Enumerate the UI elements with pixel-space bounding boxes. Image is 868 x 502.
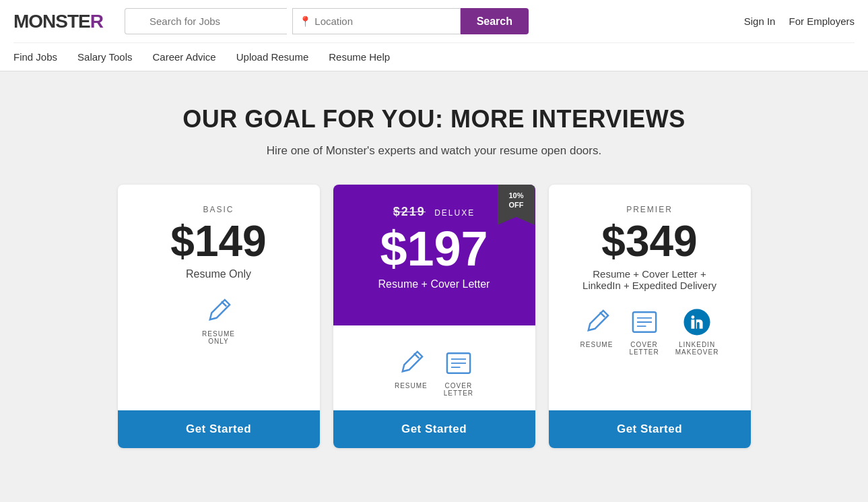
deluxe-card-top: 10% OFF $219 DELUXE $197 Resume + Cover … [333, 185, 535, 325]
nav-upload-resume[interactable]: Upload Resume [236, 51, 309, 63]
premier-resume-icon-item: RESUME [580, 307, 613, 356]
premier-resume-label: RESUME [580, 341, 613, 348]
logo-r: R [90, 11, 103, 32]
premier-resume-pencil-icon [582, 307, 611, 337]
deluxe-cover-letter-icon [444, 348, 473, 378]
main-subtitle: Hire one of Monster's experts and watch … [13, 144, 855, 158]
off-badge: 10% OFF [498, 185, 535, 225]
search-bar: 🔍 📍 Search [125, 8, 529, 34]
off-badge-text: 10% [508, 191, 523, 199]
main-content: OUR GOAL FOR YOU: MORE INTERVIEWS Hire o… [0, 71, 868, 475]
basic-card-footer: Get Started [118, 410, 320, 448]
basic-price: $149 [131, 220, 306, 263]
deluxe-resume-icon-item: RESUME [395, 348, 428, 397]
premier-linkedin-icon-item: LINKEDINMAKEOVER [675, 307, 719, 356]
svg-point-10 [692, 315, 695, 319]
deluxe-icons: RESUME COVERLETTER [395, 348, 473, 397]
for-employers-link[interactable]: For Employers [789, 15, 855, 27]
deluxe-cover-letter-label: COVERLETTER [444, 382, 473, 397]
deluxe-resume-label: RESUME [395, 382, 428, 389]
premier-price: $349 [562, 220, 737, 263]
premier-card-body: PREMIER $349 Resume + Cover Letter +Link… [549, 185, 751, 410]
basic-get-started-button[interactable]: Get Started [118, 410, 320, 448]
deluxe-tier-label: $219 DELUXE [347, 205, 522, 219]
basic-resume-icon-item: RESUMEONLY [202, 296, 235, 345]
resume-pencil-icon [203, 296, 233, 326]
header-top: MONSTER 🔍 📍 Search Sign In For Employers [13, 0, 855, 42]
deluxe-card-footer: Get Started [333, 410, 535, 448]
premier-linkedin-icon [682, 307, 712, 337]
main-title: OUR GOAL FOR YOU: MORE INTERVIEWS [13, 105, 855, 133]
nav-bar: Find Jobs Salary Tools Career Advice Upl… [13, 42, 855, 71]
header: MONSTER 🔍 📍 Search Sign In For Employers… [0, 0, 868, 71]
location-input-wrap: 📍 [292, 8, 460, 34]
deluxe-description: Resume + Cover Letter [347, 278, 522, 290]
search-jobs-input[interactable] [125, 8, 287, 34]
basic-tier-label: BASIC [131, 205, 306, 214]
basic-plan-card: BASIC $149 Resume Only RESUMEONLY [118, 185, 320, 448]
deluxe-price: $197 [347, 224, 522, 273]
location-icon: 📍 [299, 15, 312, 28]
deluxe-plan-card: 10% OFF $219 DELUXE $197 Resume + Cover … [333, 185, 535, 448]
premier-linkedin-label: LINKEDINMAKEOVER [675, 341, 719, 356]
nav-find-jobs[interactable]: Find Jobs [13, 51, 57, 63]
premier-get-started-button[interactable]: Get Started [549, 410, 751, 448]
pricing-cards: BASIC $149 Resume Only RESUMEONLY [64, 185, 805, 448]
logo[interactable]: MONSTER [13, 11, 103, 32]
premier-cover-letter-icon-item: COVERLETTER [629, 307, 659, 356]
search-button[interactable]: Search [461, 8, 529, 34]
deluxe-resume-pencil-icon [396, 348, 426, 378]
logo-text: MONSTE [13, 11, 90, 32]
svg-rect-9 [692, 319, 695, 328]
search-input-wrap: 🔍 [125, 8, 292, 34]
premier-cover-letter-icon [630, 307, 659, 337]
basic-card-body: BASIC $149 Resume Only RESUMEONLY [118, 185, 320, 410]
premier-card-footer: Get Started [549, 410, 751, 448]
header-right: Sign In For Employers [744, 15, 855, 27]
sign-in-link[interactable]: Sign In [744, 15, 776, 27]
basic-description: Resume Only [131, 268, 306, 280]
off-badge-off: OFF [509, 201, 524, 209]
deluxe-get-started-button[interactable]: Get Started [333, 410, 535, 448]
nav-career-advice[interactable]: Career Advice [152, 51, 215, 63]
nav-resume-help[interactable]: Resume Help [329, 51, 390, 63]
deluxe-old-price: $219 [393, 205, 426, 218]
basic-icons: RESUMEONLY [131, 296, 306, 345]
nav-salary-tools[interactable]: Salary Tools [77, 51, 132, 63]
premier-description: Resume + Cover Letter +LinkedIn + Expedi… [562, 268, 737, 291]
deluxe-card-bottom: RESUME COVERLETTER [333, 325, 535, 410]
premier-plan-card: PREMIER $349 Resume + Cover Letter +Link… [549, 185, 751, 448]
premier-cover-letter-label: COVERLETTER [629, 341, 659, 356]
premier-tier-label: PREMIER [562, 205, 737, 214]
deluxe-cover-letter-icon-item: COVERLETTER [444, 348, 473, 397]
basic-resume-label: RESUMEONLY [202, 330, 235, 345]
premier-icons: RESUME COVERLETTER [562, 307, 737, 356]
location-input[interactable] [292, 8, 460, 34]
